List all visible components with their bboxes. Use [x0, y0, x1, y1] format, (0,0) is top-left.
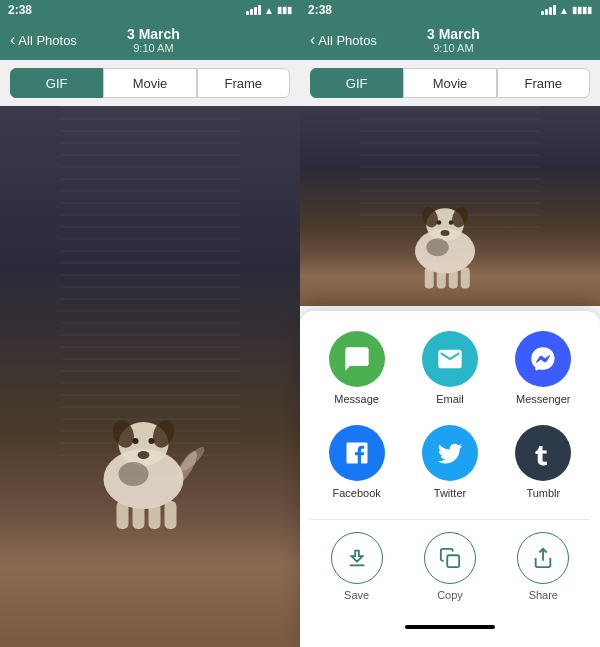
copy-icon-circle	[424, 532, 476, 584]
battery-icon: ▮▮▮	[277, 5, 292, 15]
svg-point-12	[133, 438, 139, 444]
left-nav-subtitle: 9:10 AM	[133, 42, 173, 54]
right-nav-bar: ‹ All Photos 3 March 9:10 AM	[300, 20, 600, 60]
share-row-2: Facebook Twitter Tumblr	[310, 425, 590, 499]
svg-point-11	[119, 462, 149, 486]
twitter-icon	[436, 439, 464, 467]
save-action-item[interactable]: Save	[315, 524, 399, 609]
svg-point-4	[138, 451, 150, 459]
wifi-icon: ▲	[264, 5, 274, 16]
email-label: Email	[436, 393, 464, 405]
message-icon-circle	[329, 331, 385, 387]
left-seg-movie[interactable]: Movie	[103, 68, 196, 98]
share-action-item[interactable]: Share	[501, 524, 585, 609]
svg-point-25	[449, 220, 454, 225]
messenger-icon	[529, 345, 557, 373]
share-messenger-item[interactable]: Messenger	[515, 331, 571, 405]
right-battery-icon: ▮▮▮▮	[572, 5, 592, 15]
copy-label: Copy	[437, 589, 463, 601]
copy-action-item[interactable]: Copy	[408, 524, 492, 609]
message-label: Message	[334, 393, 379, 405]
svg-rect-20	[437, 269, 446, 289]
share-icon-circle	[517, 532, 569, 584]
svg-rect-26	[447, 555, 459, 567]
share-sheet: Message Email Messenger	[300, 311, 600, 647]
share-row-1: Message Email Messenger	[310, 331, 590, 405]
facebook-label: Facebook	[333, 487, 381, 499]
share-twitter-item[interactable]: Twitter	[422, 425, 478, 499]
right-signal-icon	[541, 5, 556, 15]
share-message-item[interactable]: Message	[329, 331, 385, 405]
messenger-icon-circle	[515, 331, 571, 387]
left-back-label: All Photos	[18, 33, 77, 48]
facebook-icon-circle	[329, 425, 385, 481]
email-icon	[436, 345, 464, 373]
right-nav-title: 3 March	[427, 26, 480, 42]
svg-rect-6	[133, 503, 145, 529]
right-segment-control: GIF Movie Frame	[300, 60, 600, 106]
save-icon-circle	[331, 532, 383, 584]
right-time: 2:38	[308, 3, 332, 17]
email-icon-circle	[422, 331, 478, 387]
right-status-icons: ▲ ▮▮▮▮	[541, 5, 592, 16]
tumblr-icon	[529, 439, 557, 467]
twitter-label: Twitter	[434, 487, 466, 499]
left-dog-photo	[0, 106, 300, 647]
left-time: 2:38	[8, 3, 32, 17]
svg-rect-5	[117, 501, 129, 529]
left-chevron-icon: ‹	[10, 31, 15, 49]
tumblr-icon-circle	[515, 425, 571, 481]
left-seg-frame[interactable]: Frame	[197, 68, 290, 98]
right-seg-frame[interactable]: Frame	[497, 68, 590, 98]
right-dog-silhouette-icon	[395, 176, 495, 296]
left-nav-title: 3 March	[127, 26, 180, 42]
tumblr-label: Tumblr	[526, 487, 560, 499]
share-email-item[interactable]: Email	[422, 331, 478, 405]
svg-rect-22	[461, 268, 470, 289]
share-label: Share	[529, 589, 558, 601]
message-icon	[343, 345, 371, 373]
left-seg-gif[interactable]: GIF	[10, 68, 103, 98]
save-icon	[346, 547, 368, 569]
right-status-bar: 2:38 ▲ ▮▮▮▮	[300, 0, 600, 20]
left-status-bar: 2:38 ▲ ▮▮▮	[0, 0, 300, 20]
share-facebook-item[interactable]: Facebook	[329, 425, 385, 499]
left-back-button[interactable]: ‹ All Photos	[10, 31, 77, 49]
svg-point-18	[441, 230, 450, 236]
svg-rect-7	[149, 503, 161, 529]
right-back-button[interactable]: ‹ All Photos	[310, 31, 377, 49]
home-indicator-bar	[405, 625, 495, 629]
right-wifi-icon: ▲	[559, 5, 569, 16]
svg-rect-19	[425, 268, 434, 289]
home-indicator	[310, 617, 590, 637]
right-panel: 2:38 ▲ ▮▮▮▮ ‹ All Photos 3 March 9:10 AM…	[300, 0, 600, 647]
action-row: Save Copy	[310, 519, 590, 617]
svg-point-10	[178, 444, 208, 474]
left-nav-title-group: 3 March 9:10 AM	[127, 26, 180, 54]
signal-icon	[246, 5, 261, 15]
svg-point-13	[149, 438, 155, 444]
right-seg-gif[interactable]: GIF	[310, 68, 403, 98]
copy-icon	[439, 547, 461, 569]
right-dog-photo	[300, 106, 600, 306]
left-segment-control: GIF Movie Frame	[0, 60, 300, 106]
share-icon	[532, 547, 554, 569]
left-panel: 2:38 ▲ ▮▮▮ ‹ All Photos 3 March 9:10 AM …	[0, 0, 300, 647]
left-nav-bar: ‹ All Photos 3 March 9:10 AM	[0, 20, 300, 60]
right-seg-movie[interactable]: Movie	[403, 68, 496, 98]
right-photo-area	[300, 106, 600, 306]
svg-point-24	[437, 220, 442, 225]
left-photo-area	[0, 106, 300, 647]
svg-rect-21	[449, 269, 458, 289]
right-nav-title-group: 3 March 9:10 AM	[427, 26, 480, 54]
share-tumblr-item[interactable]: Tumblr	[515, 425, 571, 499]
twitter-icon-circle	[422, 425, 478, 481]
right-chevron-icon: ‹	[310, 31, 315, 49]
dog-silhouette-icon	[79, 379, 209, 539]
messenger-label: Messenger	[516, 393, 570, 405]
facebook-icon	[343, 439, 371, 467]
svg-rect-8	[165, 501, 177, 529]
right-back-label: All Photos	[318, 33, 377, 48]
svg-point-23	[426, 238, 449, 256]
left-status-icons: ▲ ▮▮▮	[246, 5, 292, 16]
